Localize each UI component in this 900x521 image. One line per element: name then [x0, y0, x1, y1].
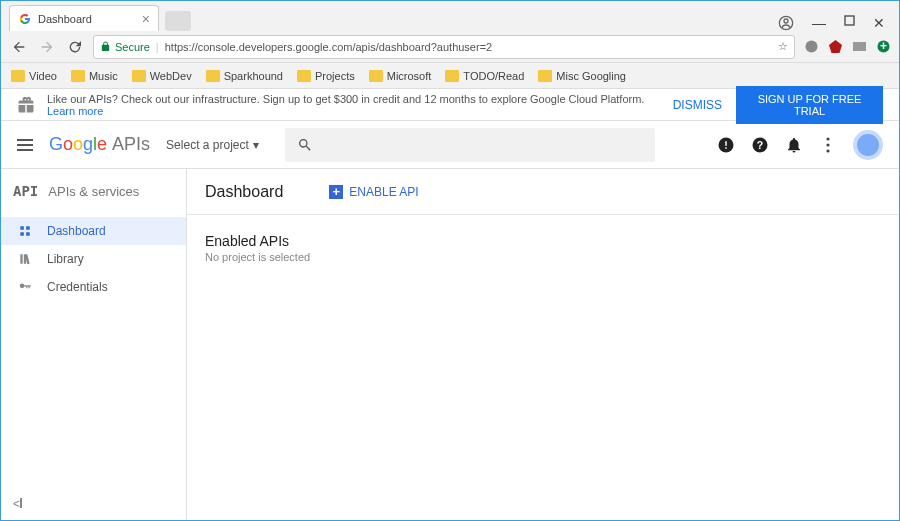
extension-icon[interactable]: +: [875, 39, 891, 55]
learn-more-link[interactable]: Learn more: [47, 105, 103, 117]
extension-icons: +: [803, 39, 891, 55]
reload-icon[interactable]: [65, 37, 85, 57]
section-title: Enabled APIs: [205, 233, 881, 249]
svg-rect-13: [20, 498, 22, 508]
menu-icon[interactable]: [17, 136, 33, 154]
folder-icon: [11, 70, 25, 82]
chevron-down-icon: ▾: [253, 138, 259, 152]
folder-icon: [369, 70, 383, 82]
bookmark-item[interactable]: TODO/Read: [445, 70, 524, 82]
main-content: Dashboard + ENABLE API Enabled APIs No p…: [187, 169, 899, 520]
minimize-icon[interactable]: —: [812, 15, 826, 31]
content-area: API APIs & services Dashboard Library Cr…: [1, 169, 899, 520]
close-window-icon[interactable]: ✕: [873, 15, 885, 31]
forward-icon[interactable]: [37, 37, 57, 57]
sidebar-item-label: Credentials: [47, 280, 108, 294]
plus-icon: +: [329, 185, 343, 199]
svg-text:?: ?: [757, 138, 763, 150]
url-bar[interactable]: Secure | https://console.developers.goog…: [93, 35, 795, 59]
app-header: Google APIs Select a project ▾ ?: [1, 121, 899, 169]
collapse-sidebar-icon[interactable]: <: [13, 497, 22, 511]
close-icon[interactable]: ×: [142, 11, 150, 27]
sidebar-item-dashboard[interactable]: Dashboard: [1, 217, 186, 245]
svg-point-3: [805, 41, 817, 53]
folder-icon: [132, 70, 146, 82]
notifications-icon[interactable]: [785, 136, 803, 154]
header-icons: ?: [717, 130, 883, 160]
page-title: Dashboard: [205, 183, 283, 201]
signup-trial-button[interactable]: SIGN UP FOR FREE TRIAL: [736, 86, 883, 124]
svg-text:+: +: [879, 39, 886, 53]
more-icon[interactable]: [819, 136, 837, 154]
google-apis-logo: Google APIs: [49, 134, 150, 155]
library-icon: [17, 251, 33, 267]
tab-strip: Dashboard ×: [1, 5, 191, 31]
bookmark-item[interactable]: Projects: [297, 70, 355, 82]
folder-icon: [71, 70, 85, 82]
dismiss-button[interactable]: DISMISS: [673, 98, 722, 112]
bookmark-star-icon[interactable]: ☆: [778, 40, 788, 53]
key-icon: [17, 279, 33, 295]
new-tab-button[interactable]: [165, 11, 191, 31]
promo-banner: Like our APIs? Check out our infrastruct…: [1, 89, 899, 121]
bookmark-item[interactable]: Misc Googling: [538, 70, 626, 82]
lock-icon: [100, 41, 111, 52]
sidebar-item-library[interactable]: Library: [1, 245, 186, 273]
api-icon: API: [13, 183, 38, 199]
search-icon: [297, 137, 313, 153]
help-icon[interactable]: ?: [751, 136, 769, 154]
promo-text: Like our APIs? Check out our infrastruct…: [47, 93, 661, 117]
secure-indicator: Secure: [100, 41, 150, 53]
project-selector[interactable]: Select a project ▾: [166, 138, 259, 152]
svg-rect-4: [853, 42, 866, 51]
avatar[interactable]: [853, 130, 883, 160]
search-input[interactable]: [285, 128, 655, 162]
gift-icon: [17, 96, 35, 114]
url-bar-row: Secure | https://console.developers.goog…: [1, 31, 899, 63]
sidebar-footer: <: [1, 486, 186, 520]
folder-icon: [445, 70, 459, 82]
folder-icon: [538, 70, 552, 82]
browser-chrome-top: Dashboard × — ✕: [1, 1, 899, 31]
svg-point-1: [784, 19, 788, 23]
sidebar-item-label: Library: [47, 252, 84, 266]
extension-icon[interactable]: [851, 39, 867, 55]
svg-rect-2: [845, 16, 854, 25]
main-header: Dashboard + ENABLE API: [187, 169, 899, 215]
svg-point-12: [826, 149, 829, 152]
account-icon[interactable]: [778, 15, 794, 31]
sidebar-title: APIs & services: [48, 184, 139, 199]
bookmark-item[interactable]: Video: [11, 70, 57, 82]
secure-label: Secure: [115, 41, 150, 53]
back-icon[interactable]: [9, 37, 29, 57]
alert-icon[interactable]: [717, 136, 735, 154]
extension-icon[interactable]: [803, 39, 819, 55]
browser-tab[interactable]: Dashboard ×: [9, 5, 159, 31]
section-subtitle: No project is selected: [205, 251, 881, 263]
enable-api-button[interactable]: + ENABLE API: [329, 185, 418, 199]
dashboard-icon: [17, 223, 33, 239]
main-body: Enabled APIs No project is selected: [187, 215, 899, 281]
sidebar-header: API APIs & services: [1, 169, 186, 209]
bookmark-item[interactable]: WebDev: [132, 70, 192, 82]
svg-point-11: [826, 143, 829, 146]
tab-title: Dashboard: [38, 13, 92, 25]
sidebar: API APIs & services Dashboard Library Cr…: [1, 169, 187, 520]
bookmark-item[interactable]: Sparkhound: [206, 70, 283, 82]
sidebar-item-label: Dashboard: [47, 224, 106, 238]
extension-icon[interactable]: [827, 39, 843, 55]
url-text: https://console.developers.google.com/ap…: [165, 41, 492, 53]
maximize-icon[interactable]: [844, 15, 855, 31]
bookmark-item[interactable]: Microsoft: [369, 70, 432, 82]
svg-point-10: [826, 137, 829, 140]
window-controls: — ✕: [778, 11, 899, 31]
sidebar-item-credentials[interactable]: Credentials: [1, 273, 186, 301]
bookmark-item[interactable]: Music: [71, 70, 118, 82]
folder-icon: [206, 70, 220, 82]
sidebar-nav: Dashboard Library Credentials: [1, 209, 186, 309]
favicon-google-icon: [18, 12, 32, 26]
folder-icon: [297, 70, 311, 82]
